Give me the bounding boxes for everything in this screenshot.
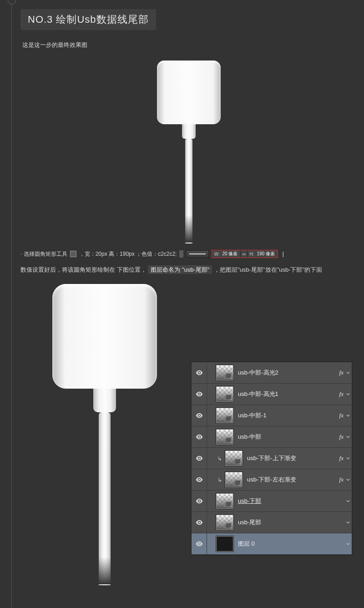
- layers-panel: usb-中部-高光2fxusb-中部-高光1fxusb-中部-1fxusb-中部…: [191, 361, 353, 556]
- eye-icon: [196, 456, 203, 461]
- layer-menu-button[interactable]: [344, 426, 352, 447]
- eye-icon: [196, 477, 203, 482]
- layer-row[interactable]: usb-中部-高光2fx: [192, 362, 352, 384]
- layer-row[interactable]: usb-下部: [192, 491, 352, 512]
- timeline-dot: [8, 0, 16, 5]
- link-wh-icon[interactable]: ⇔: [241, 252, 247, 257]
- layer-row[interactable]: ↳usb-下部-上下渐变fx: [192, 448, 352, 469]
- layer-fx-badge[interactable]: fx: [339, 476, 344, 483]
- timeline-line: [11, 0, 12, 608]
- layer-menu-button[interactable]: [344, 384, 352, 405]
- layer-thumbnail[interactable]: [216, 493, 233, 509]
- section-subtitle: 这是这一步的最终效果图: [22, 41, 357, 49]
- svg-point-7: [198, 522, 200, 523]
- layer-visibility-toggle[interactable]: [192, 405, 207, 426]
- layer-menu-button[interactable]: [344, 533, 352, 554]
- layer-row[interactable]: usb-中部-1fx: [192, 405, 352, 426]
- layer-menu-button[interactable]: [344, 448, 352, 469]
- layer-name-label[interactable]: usb-下部: [235, 497, 344, 505]
- layer-row[interactable]: usb-中部-高光1fx: [192, 384, 352, 405]
- svg-point-5: [198, 479, 200, 481]
- layer-fx-badge[interactable]: fx: [339, 433, 344, 441]
- height-label: H:: [248, 252, 256, 257]
- layer-fx-badge[interactable]: fx: [339, 412, 344, 419]
- instruction-paragraph: 数值设置好后，将该圆角矩形绘制在 下图位置， 图层命名为 "usb-尾部" ，把…: [20, 264, 357, 276]
- clipping-mask-icon: ↳: [216, 455, 223, 462]
- instruction-dims-text: ，宽：20px 高：190px ；色值：c2c2c2;: [79, 250, 177, 258]
- layer-fx-badge[interactable]: fx: [339, 455, 344, 462]
- para-part2: ，把图层"usb-尾部"放在"usb-下部"的下面: [214, 266, 322, 273]
- layer-thumbnail[interactable]: [225, 451, 243, 466]
- eye-icon: [196, 391, 203, 397]
- eye-icon: [196, 520, 203, 525]
- width-label: W:: [212, 252, 221, 257]
- layer-thumbnail[interactable]: [216, 536, 233, 552]
- svg-point-3: [198, 436, 200, 438]
- layer-visibility-toggle[interactable]: [192, 426, 207, 447]
- layer-visibility-toggle[interactable]: [192, 469, 207, 490]
- layer-visibility-toggle[interactable]: [192, 533, 207, 554]
- instruction-text-prefix: · 选择圆角矩形工具: [20, 250, 67, 258]
- layer-thumbnail[interactable]: [216, 408, 233, 423]
- para-part1: 数值设置好后，将该圆角矩形绘制在 下图位置，: [20, 266, 147, 273]
- layer-menu-button[interactable]: [344, 405, 352, 426]
- layer-fx-badge[interactable]: fx: [339, 390, 344, 398]
- layer-name-label[interactable]: usb-下部-左右渐变: [244, 476, 339, 484]
- layer-thumbnail[interactable]: [225, 472, 243, 487]
- result-preview-1: [20, 56, 357, 243]
- svg-point-0: [198, 372, 200, 374]
- layer-name-label[interactable]: usb-中部-1: [235, 411, 339, 420]
- layer-row[interactable]: usb-尾部: [192, 512, 352, 533]
- result-preview-2: usb-中部-高光2fxusb-中部-高光1fxusb-中部-1fxusb-中部…: [20, 284, 357, 580]
- layer-thumbnail[interactable]: [216, 515, 233, 530]
- layer-name-label[interactable]: usb-尾部: [235, 518, 344, 527]
- wh-input-group[interactable]: W: 20 像素 ⇔ H: 190 像素: [212, 250, 278, 258]
- layer-visibility-toggle[interactable]: [192, 448, 207, 469]
- height-value[interactable]: 190 像素: [256, 251, 277, 257]
- layer-name-label[interactable]: usb-中部: [235, 433, 339, 441]
- layer-visibility-toggle[interactable]: [192, 512, 207, 533]
- stroke-preview-icon: [186, 250, 209, 258]
- content-area: NO.3 绘制Usb数据线尾部 这是这一步的最终效果图 · 选择圆角矩形工具 ，…: [20, 9, 357, 580]
- layer-name-label[interactable]: usb-中部-高光1: [235, 390, 339, 398]
- layer-name-label[interactable]: usb-下部-上下渐变: [244, 454, 339, 462]
- eye-icon: [196, 498, 203, 504]
- eye-icon: [196, 370, 203, 375]
- svg-point-2: [198, 415, 200, 416]
- layer-visibility-toggle[interactable]: [192, 362, 207, 383]
- svg-point-4: [198, 457, 200, 459]
- layer-menu-button[interactable]: [344, 512, 352, 533]
- layer-row[interactable]: ↳usb-下部-左右渐变fx: [192, 469, 352, 491]
- layer-thumbnail[interactable]: [216, 386, 233, 402]
- layer-row[interactable]: 图层 0: [192, 533, 352, 555]
- rounded-rect-tool-icon: [70, 251, 76, 257]
- clipping-mask-icon: ↳: [216, 476, 223, 483]
- layer-visibility-toggle[interactable]: [192, 491, 207, 512]
- layer-thumbnail[interactable]: [216, 365, 233, 380]
- layer-name-label[interactable]: 图层 0: [235, 540, 344, 548]
- layer-row[interactable]: usb-中部fx: [192, 426, 352, 448]
- svg-point-1: [198, 393, 200, 395]
- shape-dropdown-icon: [179, 250, 183, 258]
- eye-icon: [196, 413, 203, 418]
- eye-icon: [196, 541, 203, 547]
- svg-point-6: [198, 500, 200, 502]
- usb-illustration-large: [52, 284, 157, 585]
- para-highlight: 图层命名为 "usb-尾部": [148, 265, 212, 274]
- layer-menu-button[interactable]: [344, 491, 352, 512]
- tool-instruction-row: · 选择圆角矩形工具 ，宽：20px 高：190px ；色值：c2c2c2; W…: [20, 250, 357, 258]
- layer-visibility-toggle[interactable]: [192, 384, 207, 405]
- section-title: NO.3 绘制Usb数据线尾部: [20, 9, 156, 30]
- width-value[interactable]: 20 像素: [221, 251, 240, 257]
- layer-menu-button[interactable]: [344, 362, 352, 383]
- layer-fx-badge[interactable]: fx: [339, 369, 344, 376]
- layer-menu-button[interactable]: [344, 469, 352, 490]
- eye-icon: [196, 434, 203, 440]
- layer-name-label[interactable]: usb-中部-高光2: [235, 369, 339, 377]
- svg-point-8: [198, 543, 200, 545]
- trailing-separator: |: [281, 251, 284, 257]
- layer-thumbnail[interactable]: [216, 429, 233, 445]
